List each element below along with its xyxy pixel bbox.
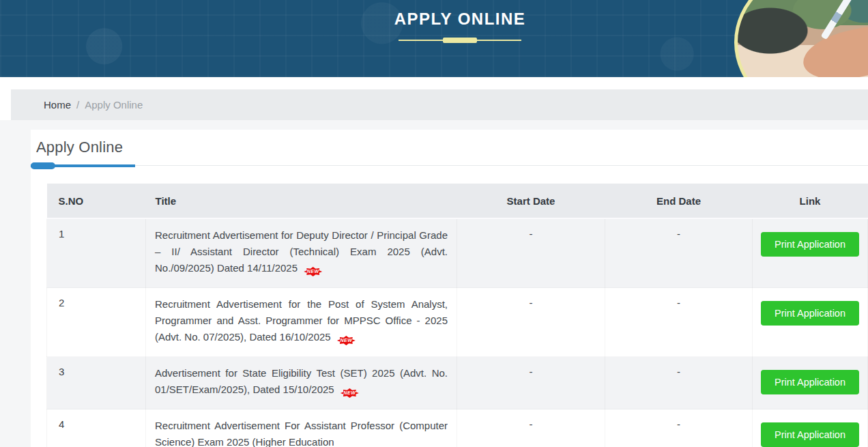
row-link-cell: Print Application [753,357,868,409]
row-title-text: Recruitment Advertisement For Assistant … [155,420,448,447]
row-title-text: Recruitment Advertisement for the Post o… [155,298,448,343]
table-row: 4 Recruitment Advertisement For Assistan… [47,409,868,447]
table-header: S.NO Title Start Date End Date Link [47,184,868,218]
header-end-date: End Date [605,184,753,218]
new-badge-label: NEW [340,338,352,343]
row-title-text: Advertisement for State Eligibility Test… [155,367,448,395]
banner-photo [734,0,868,77]
row-end-date: - [605,218,753,288]
table-row: 1 Recruitment Advertisement for Deputy D… [47,218,868,288]
row-end-date: - [605,409,753,447]
row-end-date: - [605,357,753,409]
row-title: Recruitment Advertisement for Deputy Dir… [146,218,457,288]
row-start-date: - [457,288,605,357]
breadcrumb-home-link[interactable]: Home [44,99,71,111]
row-start-date: - [457,218,605,288]
row-title: Recruitment Advertisement For Assistant … [146,409,457,447]
header-start-date: Start Date [457,184,605,218]
apply-online-card: Apply Online S.NO Title Start Date End D… [31,130,868,447]
apply-online-table: S.NO Title Start Date End Date Link 1 Re… [46,184,868,447]
print-application-button[interactable]: Print Application [761,232,859,257]
breadcrumb-current-page: Apply Online [85,99,143,111]
new-starburst-icon: NEW [341,388,359,398]
new-badge-label: NEW [307,269,319,274]
row-sno: 2 [47,288,146,357]
row-end-date: - [605,288,753,357]
row-sno: 3 [47,357,146,409]
table-row: 2 Recruitment Advertisement for the Post… [47,288,868,357]
apply-online-table-body: 1 Recruitment Advertisement for Deputy D… [47,218,868,447]
row-link-cell: Print Application [753,288,868,357]
header-sno: S.NO [47,184,146,218]
row-title: Advertisement for State Eligibility Test… [146,357,457,409]
new-starburst-icon: NEW [304,267,322,276]
title-divider-decoration [399,38,521,43]
row-title: Recruitment Advertisement for the Post o… [146,288,457,357]
row-sno: 4 [47,409,146,447]
print-application-button[interactable]: Print Application [761,370,859,394]
row-link-cell: Print Application [753,409,868,447]
row-sno: 1 [47,218,146,288]
header-title: Title [146,184,457,218]
content-area: Apply Online S.NO Title Start Date End D… [0,120,868,447]
row-link-cell: Print Application [753,218,868,288]
print-application-button[interactable]: Print Application [761,422,859,447]
new-badge-label: NEW [343,390,356,395]
row-title-text: Recruitment Advertisement for Deputy Dir… [155,229,448,274]
breadcrumb-separator: / [76,99,79,111]
blue-pill-decoration [31,162,55,169]
print-application-button[interactable]: Print Application [761,301,859,326]
top-spacer [0,77,868,89]
row-start-date: - [457,409,605,447]
heading-underline-decoration [31,162,868,169]
row-start-date: - [457,357,605,409]
new-starburst-icon: NEW [337,336,356,345]
table-row: 3 Advertisement for State Eligibility Te… [47,357,868,409]
header-link: Link [753,184,868,218]
breadcrumb: Home / Apply Online [11,89,868,120]
page-title: Apply Online [36,139,868,156]
banner: APPLY ONLINE [0,0,868,77]
